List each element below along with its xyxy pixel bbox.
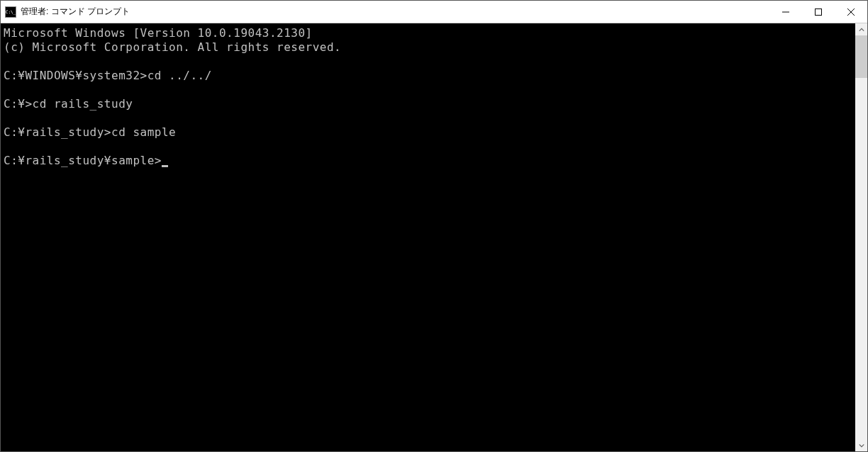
terminal-line xyxy=(4,111,852,125)
chevron-up-icon xyxy=(859,27,864,33)
terminal-line: C:¥WINDOWS¥system32>cd ../../ xyxy=(4,69,852,83)
window-controls xyxy=(769,1,867,23)
terminal-line: C:¥>cd rails_study xyxy=(4,97,852,111)
terminal-line xyxy=(4,83,852,97)
terminal-line: C:¥rails_study>cd sample xyxy=(4,125,852,140)
scroll-thumb[interactable] xyxy=(855,35,867,78)
terminal-line xyxy=(4,55,852,69)
vertical-scrollbar[interactable] xyxy=(855,23,867,451)
scroll-track[interactable] xyxy=(855,35,867,439)
maximize-icon xyxy=(815,9,822,16)
text-cursor xyxy=(162,165,168,167)
titlebar-left: 管理者: コマンド プロンプト xyxy=(1,6,130,18)
terminal-area: Microsoft Windows [Version 10.0.19043.21… xyxy=(1,23,867,451)
maximize-button[interactable] xyxy=(802,1,835,23)
terminal-line: Microsoft Windows [Version 10.0.19043.21… xyxy=(4,26,852,40)
scroll-down-button[interactable] xyxy=(855,439,867,451)
close-icon xyxy=(847,9,855,16)
terminal-line: (c) Microsoft Corporation. All rights re… xyxy=(4,40,852,55)
window-title: 管理者: コマンド プロンプト xyxy=(21,6,130,18)
scroll-up-button[interactable] xyxy=(855,23,867,35)
close-button[interactable] xyxy=(835,1,867,23)
minimize-button[interactable] xyxy=(769,1,802,23)
titlebar[interactable]: 管理者: コマンド プロンプト xyxy=(1,1,867,23)
terminal-line xyxy=(4,140,852,154)
chevron-down-icon xyxy=(859,443,864,448)
minimize-icon xyxy=(782,9,789,16)
command-prompt-window: 管理者: コマンド プロンプト Microsoft Windows [Versi… xyxy=(0,0,868,452)
cmd-icon xyxy=(5,6,16,18)
terminal-content[interactable]: Microsoft Windows [Version 10.0.19043.21… xyxy=(1,23,855,451)
terminal-line: C:¥rails_study¥sample> xyxy=(4,154,852,168)
svg-rect-1 xyxy=(816,9,822,15)
